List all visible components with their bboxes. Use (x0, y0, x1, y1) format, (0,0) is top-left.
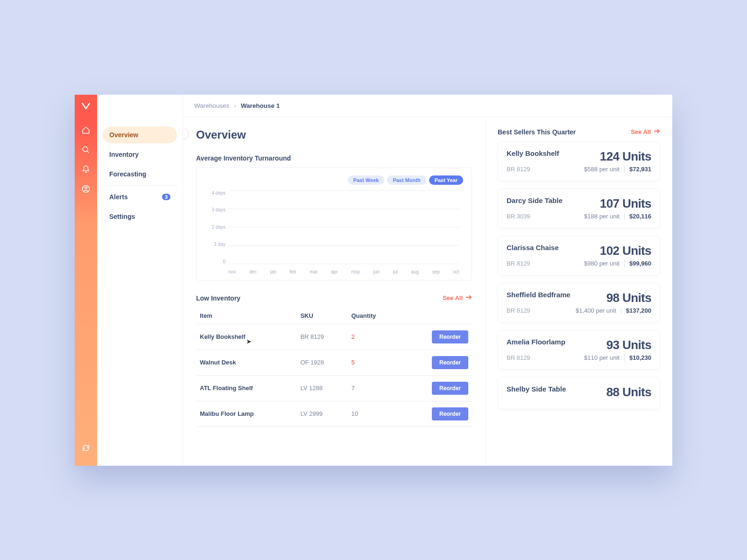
per-unit: $588 per unit (584, 166, 620, 173)
reorder-button[interactable]: Reorder (432, 382, 468, 395)
per-unit: $110 per unit (584, 354, 620, 361)
best-sellers-panel: Best Sellers This Quarter See All Kelly … (486, 117, 672, 466)
product-name: Sheffield Bedframe (507, 291, 571, 299)
user-icon[interactable] (81, 184, 91, 194)
page-title: Overview (196, 128, 472, 141)
cell-qty: 7 (347, 375, 400, 401)
table-row: Walnut DeskOF 19285Reorder (196, 350, 472, 375)
product-name: Kelly Bookshelf (507, 149, 559, 157)
range-past-year[interactable]: Past Year (429, 175, 463, 185)
alerts-badge: 3 (162, 194, 170, 200)
product-name: Clarissa Chaise (507, 244, 559, 252)
units-sold: 88 Units (606, 385, 651, 399)
turnaround-chart-card: Past Week Past Month Past Year 4 days 3 … (196, 168, 472, 280)
bell-icon[interactable] (81, 165, 91, 174)
home-icon[interactable] (81, 126, 91, 135)
arrow-right-icon (654, 128, 660, 135)
th-sku: SKU (296, 308, 347, 324)
center-panel: Overview Average Inventory Turnaround Pa… (183, 117, 486, 466)
cell-item: Walnut Desk (196, 350, 296, 375)
per-unit: $188 per unit (584, 213, 620, 220)
cell-sku: LV 1288 (296, 375, 347, 401)
cell-sku: LV 2999 (296, 401, 347, 427)
sidebar-item-settings[interactable]: Settings (103, 208, 177, 225)
reorder-button[interactable]: Reorder (432, 356, 468, 369)
sidebar: Overview Inventory Forecasting Alerts 3 … (97, 95, 183, 466)
units-sold: 102 Units (600, 244, 651, 258)
units-sold: 98 Units (606, 291, 651, 305)
sidebar-item-overview[interactable]: Overview (103, 126, 177, 143)
per-unit: $1,400 per unit (576, 307, 616, 314)
table-row: Malibu Floor LampLV 299910Reorder (196, 401, 472, 427)
per-unit: $980 per unit (584, 260, 620, 267)
arrow-right-icon (465, 294, 472, 301)
product-sku: BR 8129 (507, 166, 530, 173)
th-qty: Quantity (347, 308, 400, 324)
cell-sku: OF 1928 (296, 350, 347, 375)
cell-item: ATL Floating Shelf (196, 375, 296, 401)
back-button[interactable] (183, 127, 189, 140)
app-logo[interactable] (75, 95, 97, 117)
nav-rail (75, 95, 97, 466)
total-revenue: $99,960 (629, 260, 651, 267)
cell-qty: 2 (347, 324, 400, 350)
product-sku: BR 8129 (507, 354, 530, 361)
product-name: Darcy Side Table (507, 196, 563, 204)
low-inventory-title: Low Inventory (196, 294, 240, 302)
turnaround-chart: 4 days 3 days 2 days 1 day 0 novdecjanfe… (205, 190, 463, 274)
th-item: Item (196, 308, 296, 324)
units-sold: 93 Units (606, 338, 651, 352)
reorder-button[interactable]: Reorder (432, 407, 468, 420)
chart-xlabels: novdecjanfebmaraprmayjunjulaugsepoct (228, 269, 459, 274)
product-sku: BR 8129 (507, 260, 530, 267)
best-seller-card[interactable]: Shelby Side Table88 Units (498, 377, 660, 409)
reorder-button[interactable]: Reorder (432, 330, 468, 343)
best-seller-card[interactable]: Clarissa Chaise102 UnitsBR 8129$980 per … (498, 236, 660, 275)
total-revenue: $72,931 (629, 166, 651, 173)
cell-qty: 5 (347, 350, 400, 375)
cursor-icon: ➤ (247, 338, 251, 345)
range-past-month[interactable]: Past Month (387, 175, 426, 185)
breadcrumb-parent[interactable]: Warehouses (194, 102, 229, 109)
units-sold: 107 Units (600, 196, 651, 211)
sidebar-item-alerts[interactable]: Alerts 3 (103, 189, 177, 205)
low-inventory-table: Item SKU Quantity Kelly Bookshelf➤BR 812… (196, 308, 472, 427)
cell-qty: 10 (347, 401, 400, 427)
sidebar-item-forecasting[interactable]: Forecasting (103, 166, 177, 182)
svg-line-1 (87, 151, 89, 153)
best-seller-card[interactable]: Darcy Side Table107 UnitsBR 3039$188 per… (498, 189, 660, 228)
cell-sku: BR 8129 (296, 324, 347, 350)
product-sku: BR 3039 (507, 213, 530, 220)
best-sellers-title: Best Sellers This Quarter (498, 128, 576, 136)
table-row: ATL Floating ShelfLV 12887Reorder (196, 375, 472, 401)
product-name: Amelia Floorlamp (507, 338, 565, 346)
best-sellers-see-all[interactable]: See All (631, 128, 660, 135)
app-window: Overview Inventory Forecasting Alerts 3 … (75, 95, 672, 466)
low-inventory-see-all[interactable]: See All (443, 294, 472, 301)
breadcrumb: Warehouses › Warehouse 1 (183, 95, 672, 117)
turnaround-title: Average Inventory Turnaround (196, 154, 472, 162)
units-sold: 124 Units (600, 149, 651, 164)
product-sku: BR 8129 (507, 307, 530, 314)
cell-item: Kelly Bookshelf➤ (196, 324, 296, 350)
total-revenue: $137,200 (626, 307, 651, 314)
breadcrumb-current: Warehouse 1 (241, 102, 280, 109)
best-seller-card[interactable]: Kelly Bookshelf124 UnitsBR 8129$588 per … (498, 141, 660, 181)
total-revenue: $10,230 (629, 354, 651, 361)
svg-point-3 (85, 187, 87, 189)
cell-item: Malibu Floor Lamp (196, 401, 296, 427)
best-seller-card[interactable]: Amelia Floorlamp93 UnitsBR 8129$110 per … (498, 330, 660, 370)
sidebar-item-inventory[interactable]: Inventory (103, 146, 177, 163)
chevron-right-icon: › (234, 102, 236, 109)
table-row: Kelly Bookshelf➤BR 81292Reorder (196, 324, 472, 350)
search-icon[interactable] (81, 145, 91, 154)
svg-point-0 (83, 147, 88, 152)
main: Warehouses › Warehouse 1 Overview Averag… (183, 95, 672, 466)
range-past-week[interactable]: Past Week (348, 175, 385, 185)
sync-icon[interactable] (81, 443, 91, 453)
total-revenue: $20,116 (629, 213, 651, 220)
product-name: Shelby Side Table (507, 385, 566, 393)
best-seller-card[interactable]: Sheffield Bedframe98 UnitsBR 8129$1,400 … (498, 283, 660, 322)
sidebar-divider (103, 185, 177, 186)
chart-ylabels: 4 days 3 days 2 days 1 day 0 (205, 190, 226, 264)
